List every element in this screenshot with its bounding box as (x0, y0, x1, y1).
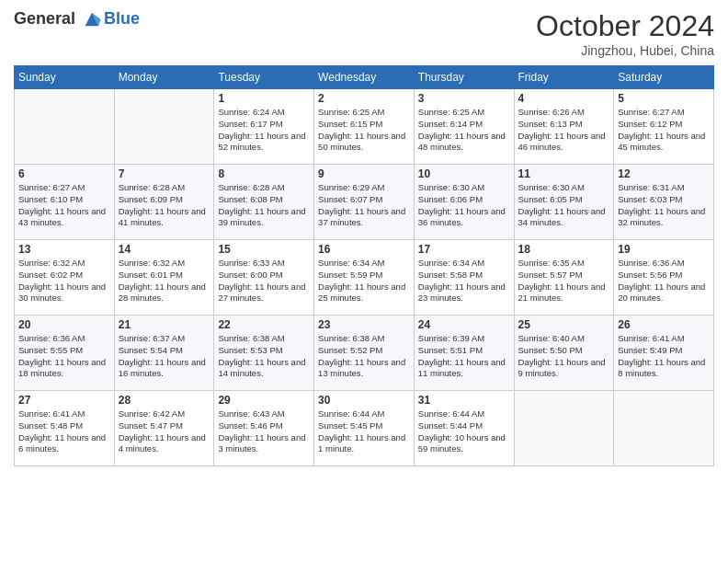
day-info: Sunrise: 6:37 AM Sunset: 5:54 PM Dayligh… (119, 333, 210, 380)
day-number: 3 (418, 92, 510, 105)
day-info: Sunrise: 6:44 AM Sunset: 5:44 PM Dayligh… (418, 408, 510, 455)
day-header-thursday: Thursday (414, 66, 514, 89)
day-number: 23 (318, 318, 410, 331)
calendar-cell: 5Sunrise: 6:27 AM Sunset: 6:12 PM Daylig… (614, 89, 714, 165)
day-number: 7 (119, 167, 210, 180)
day-number: 28 (119, 394, 210, 407)
location: Jingzhou, Hubei, China (536, 43, 714, 58)
calendar-cell: 23Sunrise: 6:38 AM Sunset: 5:52 PM Dayli… (314, 316, 415, 391)
day-number: 13 (18, 243, 110, 256)
header: General Blue October 2024 Jingzhou, Hube… (14, 9, 714, 58)
calendar-week-row: 27Sunrise: 6:41 AM Sunset: 5:48 PM Dayli… (15, 391, 714, 466)
day-info: Sunrise: 6:41 AM Sunset: 5:49 PM Dayligh… (618, 333, 710, 380)
day-number: 24 (418, 318, 510, 331)
day-info: Sunrise: 6:34 AM Sunset: 5:59 PM Dayligh… (318, 258, 410, 304)
day-number: 29 (218, 394, 310, 407)
day-info: Sunrise: 6:38 AM Sunset: 5:53 PM Dayligh… (218, 333, 310, 380)
day-number: 15 (218, 243, 310, 256)
day-info: Sunrise: 6:31 AM Sunset: 6:03 PM Dayligh… (618, 182, 710, 229)
calendar-cell: 15Sunrise: 6:33 AM Sunset: 6:00 PM Dayli… (214, 240, 314, 316)
day-number: 6 (18, 167, 110, 180)
day-info: Sunrise: 6:27 AM Sunset: 6:12 PM Dayligh… (618, 107, 710, 154)
calendar-cell: 11Sunrise: 6:30 AM Sunset: 6:05 PM Dayli… (514, 165, 614, 240)
day-number: 11 (518, 167, 610, 180)
day-header-monday: Monday (114, 66, 214, 89)
calendar-week-row: 20Sunrise: 6:36 AM Sunset: 5:55 PM Dayli… (15, 316, 714, 391)
day-info: Sunrise: 6:24 AM Sunset: 6:17 PM Dayligh… (218, 107, 310, 154)
day-info: Sunrise: 6:34 AM Sunset: 5:58 PM Dayligh… (418, 258, 510, 304)
day-info: Sunrise: 6:39 AM Sunset: 5:51 PM Dayligh… (418, 333, 510, 380)
day-number: 31 (418, 394, 510, 407)
day-info: Sunrise: 6:32 AM Sunset: 6:01 PM Dayligh… (119, 258, 210, 304)
day-info: Sunrise: 6:35 AM Sunset: 5:57 PM Dayligh… (518, 258, 610, 304)
day-info: Sunrise: 6:41 AM Sunset: 5:48 PM Dayligh… (18, 408, 110, 455)
day-number: 25 (518, 318, 610, 331)
day-number: 26 (618, 318, 710, 331)
calendar-cell: 28Sunrise: 6:42 AM Sunset: 5:47 PM Dayli… (114, 391, 214, 466)
calendar-cell: 6Sunrise: 6:27 AM Sunset: 6:10 PM Daylig… (15, 165, 115, 240)
day-info: Sunrise: 6:29 AM Sunset: 6:07 PM Dayligh… (318, 182, 410, 229)
day-number: 19 (618, 243, 710, 256)
calendar: SundayMondayTuesdayWednesdayThursdayFrid… (14, 65, 714, 466)
calendar-cell: 3Sunrise: 6:25 AM Sunset: 6:14 PM Daylig… (414, 89, 514, 165)
calendar-week-row: 6Sunrise: 6:27 AM Sunset: 6:10 PM Daylig… (15, 165, 714, 240)
calendar-header-row: SundayMondayTuesdayWednesdayThursdayFrid… (15, 66, 714, 89)
day-header-friday: Friday (514, 66, 614, 89)
day-header-tuesday: Tuesday (214, 66, 314, 89)
day-header-sunday: Sunday (15, 66, 115, 89)
calendar-cell: 9Sunrise: 6:29 AM Sunset: 6:07 PM Daylig… (314, 165, 415, 240)
calendar-cell: 12Sunrise: 6:31 AM Sunset: 6:03 PM Dayli… (614, 165, 714, 240)
calendar-cell: 30Sunrise: 6:44 AM Sunset: 5:45 PM Dayli… (314, 391, 415, 466)
day-info: Sunrise: 6:26 AM Sunset: 6:13 PM Dayligh… (518, 107, 610, 154)
calendar-cell: 13Sunrise: 6:32 AM Sunset: 6:02 PM Dayli… (15, 240, 115, 316)
day-header-wednesday: Wednesday (314, 66, 415, 89)
day-info: Sunrise: 6:38 AM Sunset: 5:52 PM Dayligh… (318, 333, 410, 380)
calendar-cell: 8Sunrise: 6:28 AM Sunset: 6:08 PM Daylig… (214, 165, 314, 240)
day-info: Sunrise: 6:36 AM Sunset: 5:55 PM Dayligh… (18, 333, 110, 380)
day-number: 4 (518, 92, 610, 105)
day-number: 30 (318, 394, 410, 407)
day-number: 8 (218, 167, 310, 180)
page: General Blue October 2024 Jingzhou, Hube… (0, 0, 728, 563)
day-number: 1 (218, 92, 310, 105)
day-header-saturday: Saturday (614, 66, 714, 89)
day-info: Sunrise: 6:28 AM Sunset: 6:09 PM Dayligh… (119, 182, 210, 229)
logo: General Blue (14, 9, 140, 29)
logo-blue: Blue (104, 9, 140, 28)
logo-icon (82, 9, 102, 29)
day-number: 22 (218, 318, 310, 331)
day-info: Sunrise: 6:25 AM Sunset: 6:15 PM Dayligh… (318, 107, 410, 154)
day-info: Sunrise: 6:27 AM Sunset: 6:10 PM Dayligh… (18, 182, 110, 229)
calendar-cell: 18Sunrise: 6:35 AM Sunset: 5:57 PM Dayli… (514, 240, 614, 316)
calendar-cell (114, 89, 214, 165)
day-info: Sunrise: 6:33 AM Sunset: 6:00 PM Dayligh… (218, 258, 310, 304)
day-info: Sunrise: 6:30 AM Sunset: 6:05 PM Dayligh… (518, 182, 610, 229)
calendar-cell: 17Sunrise: 6:34 AM Sunset: 5:58 PM Dayli… (414, 240, 514, 316)
day-info: Sunrise: 6:30 AM Sunset: 6:06 PM Dayligh… (418, 182, 510, 229)
day-info: Sunrise: 6:42 AM Sunset: 5:47 PM Dayligh… (119, 408, 210, 455)
calendar-cell: 1Sunrise: 6:24 AM Sunset: 6:17 PM Daylig… (214, 89, 314, 165)
day-number: 12 (618, 167, 710, 180)
day-number: 17 (418, 243, 510, 256)
calendar-cell: 31Sunrise: 6:44 AM Sunset: 5:44 PM Dayli… (414, 391, 514, 466)
day-info: Sunrise: 6:40 AM Sunset: 5:50 PM Dayligh… (518, 333, 610, 380)
day-info: Sunrise: 6:36 AM Sunset: 5:56 PM Dayligh… (618, 258, 710, 304)
calendar-week-row: 13Sunrise: 6:32 AM Sunset: 6:02 PM Dayli… (15, 240, 714, 316)
calendar-cell: 19Sunrise: 6:36 AM Sunset: 5:56 PM Dayli… (614, 240, 714, 316)
calendar-cell: 27Sunrise: 6:41 AM Sunset: 5:48 PM Dayli… (15, 391, 115, 466)
calendar-cell: 25Sunrise: 6:40 AM Sunset: 5:50 PM Dayli… (514, 316, 614, 391)
calendar-cell: 10Sunrise: 6:30 AM Sunset: 6:06 PM Dayli… (414, 165, 514, 240)
day-number: 9 (318, 167, 410, 180)
day-number: 27 (18, 394, 110, 407)
calendar-cell: 4Sunrise: 6:26 AM Sunset: 6:13 PM Daylig… (514, 89, 614, 165)
calendar-cell: 14Sunrise: 6:32 AM Sunset: 6:01 PM Dayli… (114, 240, 214, 316)
day-number: 14 (119, 243, 210, 256)
day-info: Sunrise: 6:32 AM Sunset: 6:02 PM Dayligh… (18, 258, 110, 304)
day-info: Sunrise: 6:43 AM Sunset: 5:46 PM Dayligh… (218, 408, 310, 455)
day-number: 10 (418, 167, 510, 180)
day-number: 5 (618, 92, 710, 105)
day-number: 20 (18, 318, 110, 331)
day-number: 16 (318, 243, 410, 256)
calendar-cell (614, 391, 714, 466)
day-number: 21 (119, 318, 210, 331)
